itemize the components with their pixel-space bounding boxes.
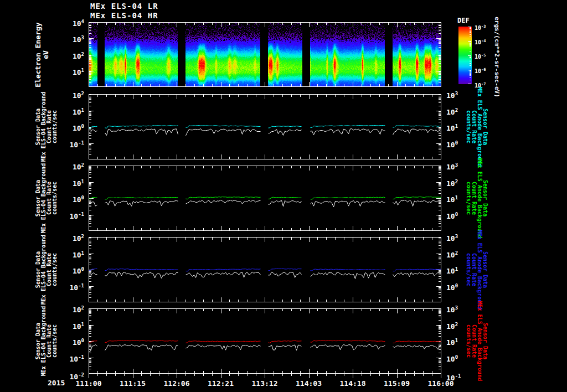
panel-2-left-ytick-label: 10-1 [70,139,85,149]
time-tick-label: 114:03 [290,379,328,388]
panel-3-left-label-line: counts/sec [52,163,58,233]
time-tick-label: 113:12 [245,379,284,388]
year-label: 2015 [48,379,65,387]
spectrogram-ylabel-line: eV [42,22,50,87]
spectrogram-ytick-label: 102 [73,50,84,60]
panel-3-left-ytick-label: 101 [73,178,84,188]
panel-5-right-ytick-label: 100 [446,353,458,363]
time-tick-label: 111:15 [114,379,152,388]
panel-4-right-ytick-label: 102 [446,249,458,259]
panel-2-right-label-line: MEx ELS Anode Background [477,87,482,167]
panel-5-left-label-text: Sensor DataMEx ELS-04 BackgroundCount Ra… [35,306,58,376]
time-tick-label: 114:18 [333,379,372,388]
colorbar-tick-label: 10-4 [475,38,486,45]
panel-2-right-ytick-label: 100 [446,139,458,149]
panel-3-left-ytick-label: 10-1 [70,210,85,220]
panel-2-left-ytick-label: 101 [73,106,84,116]
panel-3-right-label-line: MEx ELS Anode Background [477,158,482,239]
spectrogram-ylabel-text: Electron EnergyeV [34,22,50,87]
panel-5-right-label-line: Count Rate [471,301,477,381]
colorbar-unit-label-text: ergs/(cm**2-sr-sec-eV) [493,17,500,97]
colorbar-tick-label: 10-3 [475,24,486,31]
panel-5-right-label-line: counts/sec [466,301,471,381]
panel-3-right-ytick-label: 100 [446,210,458,220]
panel-2-right-ytick-label: 101 [446,122,458,132]
panel-2-left-label-line: counts/sec [52,92,58,162]
panel-2-right-label-line: Count Rate [471,87,477,167]
panel-4-left-ytick-label: 10-1 [70,282,85,292]
spectrogram-ylabel-line: Electron Energy [34,22,42,87]
panel-2-right-label-line: counts/sec [466,87,471,167]
panel-4-left-ytick-label: 101 [73,249,84,259]
count-rate-panel-canvas-2 [89,166,441,231]
spectrogram-canvas [89,22,441,87]
panel-4-right-label-line: Sensor Data [482,230,488,310]
spectrogram-ytick-label: 101 [73,66,84,76]
panel-2-right-label-text: Sensor DataMEx ELS Anode BackgroundCount… [466,87,488,167]
panel-5-left-ytick-label: 102 [73,304,84,314]
panel-4-right-label-line: Count Rate [471,230,477,310]
panel-4-right-ytick-label: 100 [446,282,458,292]
colorbar-tick-label: 10-6 [475,67,486,74]
time-tick-label: 111:00 [69,379,108,388]
panel-5-right-label-line: Sensor Data [482,301,488,381]
panel-2-right-label-line: Sensor Data [482,87,488,167]
time-tick-label: 112:06 [157,379,196,388]
panel-2-left-label-text: Sensor DataMEx ELS-04 BackgroundCount Ra… [35,92,58,162]
panel-5-left-ytick-label: 101 [73,321,84,331]
plot-title-lr: MEx ELS-04 LR [90,2,158,11]
panel-4-left-label-text: Sensor DataMEx ELS-04 BackgroundCount Ra… [35,235,58,305]
panel-4-left-label-line: counts/sec [52,235,58,305]
panel-3-left-ytick-label: 102 [73,161,84,171]
panel-4-right-label-text: Sensor DataMEx ELS Anode BackgroundCount… [466,230,488,310]
panel-3-left-label-text: Sensor DataMEx ELS-04 BackgroundCount Ra… [35,163,58,233]
panel-3-right-label-line: Count Rate [471,158,477,239]
panel-5-right-ytick-label: 102 [446,321,458,331]
panel-5-left-ytick-label: 10-1 [70,353,85,363]
panel-2-right-ytick-label: 103 [446,90,458,100]
time-tick-label: 116:00 [421,379,460,388]
spectrogram-ytick-label: 103 [73,34,84,44]
panel-4-right-label-line: MEx ELS Anode Background [477,230,482,310]
time-tick-label: 115:09 [378,379,416,388]
time-axis-ticks-canvas [89,374,441,379]
plot-title-hr: MEx ELS-04 HR [90,11,158,20]
count-rate-panel-canvas-3 [89,237,441,302]
count-rate-panel-canvas-4 [89,308,441,374]
panel-5-left-ytick-label: 100 [73,337,84,347]
panel-2-right-ytick-label: 102 [446,106,458,116]
panel-5-left-label-line: counts/sec [52,306,58,376]
time-tick-label: 112:21 [202,379,240,388]
spectrogram-ytick-label: 104 [73,18,84,28]
panel-3-left-ytick-label: 100 [73,194,84,204]
colorbar-unit-label-line: ergs/(cm**2-sr-sec-eV) [493,17,500,97]
panel-4-left-ytick-label: 102 [73,233,84,243]
panel-3-right-label-line: Sensor Data [482,158,488,239]
panel-3-right-ytick-label: 102 [446,178,458,188]
colorbar-ticks-canvas [468,27,472,84]
panel-3-right-ytick-label: 103 [446,161,458,171]
panel-5-right-ytick-label: 101 [446,337,458,347]
panel-5-right-ytick-label: 103 [446,304,458,314]
panel-4-left-ytick-label: 100 [73,265,84,275]
panel-4-right-ytick-label: 101 [446,265,458,275]
plot-stage: MEx ELS-04 LR MEx ELS-04 HR DEF 2015 104… [0,0,567,392]
panel-3-right-label-line: counts/sec [466,158,471,239]
panel-2-left-ytick-label: 100 [73,122,84,132]
count-rate-panel-canvas-1 [89,94,441,159]
panel-5-right-label-line: MEx ELS Anode Background [477,301,482,381]
colorbar-tick-label: 10-5 [475,53,486,60]
colorbar-title: DEF [457,17,470,24]
panel-2-left-ytick-label: 102 [73,90,84,100]
panel-5-right-label-text: Sensor DataMEx ELS Anode BackgroundCount… [466,301,488,381]
panel-4-right-label-line: counts/sec [466,230,471,310]
panel-4-right-ytick-label: 103 [446,233,458,243]
panel-3-right-ytick-label: 101 [446,194,458,204]
panel-3-right-label-text: Sensor DataMEx ELS Anode BackgroundCount… [466,158,488,239]
